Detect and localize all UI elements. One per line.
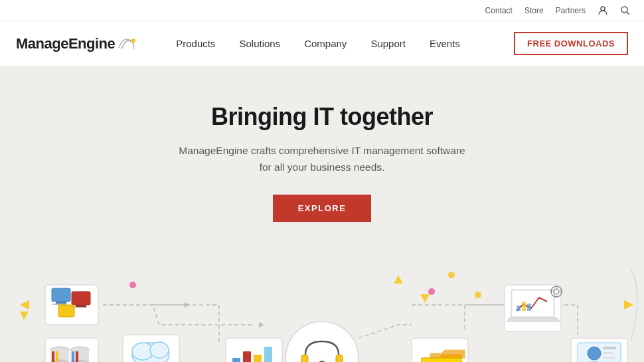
nav-events[interactable]: Events (430, 38, 460, 49)
svg-rect-47 (243, 351, 251, 362)
hero-headline: Bringing IT together (13, 103, 631, 131)
svg-marker-7 (624, 300, 633, 310)
search-icon[interactable] (620, 5, 631, 16)
nav-support[interactable]: Support (370, 38, 406, 49)
svg-rect-42 (301, 355, 308, 362)
svg-rect-55 (513, 291, 553, 316)
svg-rect-69 (603, 352, 613, 354)
logo[interactable]: ManageEngine (16, 35, 136, 52)
svg-point-3 (131, 39, 135, 43)
utility-bar: Contact Store Partners (0, 0, 644, 21)
svg-rect-49 (264, 347, 272, 362)
svg-rect-56 (517, 306, 521, 311)
svg-rect-27 (52, 351, 54, 362)
svg-marker-74 (259, 322, 264, 327)
logo-icon (116, 36, 136, 52)
svg-rect-48 (254, 355, 262, 362)
svg-rect-22 (58, 305, 74, 317)
svg-rect-17 (56, 302, 66, 304)
svg-rect-19 (72, 292, 90, 305)
user-icon[interactable] (598, 5, 608, 16)
svg-line-2 (627, 12, 629, 15)
svg-rect-16 (52, 288, 70, 302)
nav-company[interactable]: Company (304, 38, 347, 49)
svg-rect-46 (232, 358, 240, 362)
svg-rect-52 (422, 358, 461, 362)
hero-subtext: ManageEngine crafts comprehensive IT man… (13, 143, 631, 176)
logo-text: ManageEngine (16, 35, 115, 52)
svg-rect-28 (56, 351, 58, 362)
svg-rect-70 (603, 357, 615, 359)
svg-marker-73 (20, 312, 29, 320)
svg-point-37 (150, 342, 169, 358)
hero-section: Bringing IT together ManageEngine crafts… (0, 66, 644, 235)
svg-point-9 (428, 288, 435, 295)
store-link[interactable]: Store (524, 6, 544, 15)
contact-link[interactable]: Contact (485, 6, 513, 15)
svg-point-8 (129, 282, 136, 288)
svg-rect-68 (603, 347, 616, 349)
hero-illustration (0, 242, 644, 362)
svg-rect-57 (522, 302, 526, 311)
svg-point-67 (588, 347, 601, 360)
svg-point-1 (621, 7, 627, 13)
partners-link[interactable]: Partners (556, 6, 586, 15)
svg-rect-33 (76, 351, 78, 362)
svg-marker-4 (20, 300, 29, 310)
nav-products[interactable]: Products (176, 38, 215, 49)
svg-point-0 (601, 7, 605, 11)
svg-marker-72 (420, 294, 430, 303)
nav-solutions[interactable]: Solutions (239, 38, 280, 49)
svg-rect-20 (76, 305, 86, 307)
svg-rect-43 (336, 355, 343, 362)
illustration-area (0, 242, 644, 362)
svg-rect-58 (527, 304, 531, 311)
svg-marker-13 (185, 302, 190, 308)
svg-marker-71 (394, 275, 403, 284)
main-nav: ManageEngine Products Solutions Company … (0, 21, 644, 66)
free-downloads-button[interactable]: FREE DOWNLOADS (514, 32, 628, 55)
svg-point-11 (448, 272, 455, 278)
nav-links: Products Solutions Company Support Event… (176, 38, 514, 49)
explore-button[interactable]: EXPLORE (273, 195, 372, 222)
svg-rect-32 (72, 351, 74, 362)
svg-point-12 (475, 292, 481, 298)
